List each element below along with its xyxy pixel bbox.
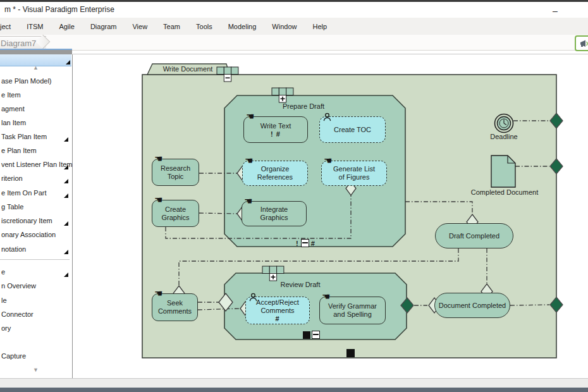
title-bar: m * - Visual Paradigm Enterprise – [0, 2, 588, 18]
manual-task-icon: ☚ [245, 156, 253, 165]
milestone-draft-completed[interactable]: Draft Completed [435, 223, 513, 248]
task-research-topic[interactable]: ☚ Research Topic [152, 159, 199, 186]
event-deadline-label: Deadline [479, 133, 529, 141]
tab-label: Diagram7 [1, 39, 36, 48]
palette-item-capture[interactable]: Capture [1, 351, 26, 361]
menu-item-tools[interactable]: Tools [196, 23, 212, 30]
taskbar-strip [0, 388, 588, 392]
palette-header-strip [0, 50, 72, 54]
palette-item-criterion[interactable]: riterion [1, 173, 23, 183]
menu-item-window[interactable]: Window [272, 23, 297, 30]
menu-bar: ject ITSM Agile Diagram View Team Tools … [0, 18, 588, 35]
diagram-palette: ▲ ase Plan Model) e Item agment lan Item… [0, 54, 73, 378]
palette-scroll-down-icon[interactable]: ▼ [0, 367, 71, 373]
menu-item-diagram[interactable]: Diagram [90, 23, 117, 30]
expand-corner-icon[interactable] [64, 273, 68, 277]
palette-item-annotation[interactable]: notation [1, 244, 26, 254]
case-file-completed-document-shape[interactable] [491, 156, 515, 187]
palette-item-ory[interactable]: ory [1, 323, 11, 333]
palette-item-connector[interactable]: Connector [1, 309, 34, 319]
accept-reject-marker: # [275, 315, 279, 322]
manual-task-icon: ☚ [322, 291, 330, 301]
expand-corner-icon[interactable] [64, 179, 68, 183]
palette-item-planning-table[interactable]: g Table [1, 202, 23, 212]
task-verify-grammar-spelling[interactable]: ☚ Verify Grammar and Spelling [319, 297, 386, 324]
stage-review-bottom-markers [303, 331, 320, 339]
resource-corner-icon [66, 60, 70, 64]
milestone-document-completed[interactable]: Document Completed [434, 293, 510, 318]
palette-item-discretionary-item[interactable]: iscretionary Item [1, 216, 52, 226]
manual-task-icon: ☚ [154, 154, 162, 163]
menu-item-modeling[interactable]: Modeling [228, 23, 257, 30]
announcement-button[interactable] [575, 35, 588, 51]
case-title: Write Document [150, 65, 226, 73]
menu-item-help[interactable]: Help [312, 23, 327, 30]
expand-corner-icon[interactable] [64, 137, 68, 142]
palette-scroll-up-icon[interactable]: ▲ [0, 64, 71, 71]
event-deadline-shape[interactable] [495, 114, 513, 133]
status-bar [0, 378, 588, 388]
minimize-button[interactable]: – [549, 6, 561, 16]
stage-prepare-bottom-markers: ! # [296, 239, 315, 247]
collapse-marker-icon[interactable] [301, 239, 309, 247]
expand-corner-icon[interactable] [64, 193, 68, 198]
task-accept-reject-comments[interactable]: Accept/Reject Comments # [245, 297, 310, 324]
expand-corner-icon[interactable] [64, 221, 68, 226]
manual-task-icon: ☚ [154, 195, 162, 204]
menu-item-project[interactable]: ject [0, 23, 11, 30]
palette-item-plan-item[interactable]: e Item [1, 90, 21, 100]
case-file-completed-document-label: Completed Document [470, 188, 539, 197]
case-bottom-marker-icon[interactable] [346, 349, 355, 357]
collapse-marker-icon[interactable] [312, 331, 320, 339]
palette-item-plan-fragment[interactable]: agment [1, 104, 25, 114]
task-organize-references[interactable]: ☚ Organize References [242, 161, 308, 186]
task-generate-list-of-figures[interactable]: ☚ Generate List of Figures [321, 161, 387, 186]
write-text-markers: ! # [271, 130, 281, 138]
required-marker: ! [296, 240, 299, 247]
collapsed-marker-icon[interactable] [303, 331, 310, 339]
manual-task-icon: ☚ [154, 288, 162, 298]
diagram-canvas[interactable]: Write Document Prepare Draft Review Draf… [73, 54, 588, 379]
palette-item-case-plan-model[interactable]: ase Plan Model) [1, 76, 52, 86]
menu-item-itsm[interactable]: ITSM [27, 23, 43, 30]
palette-separator [0, 259, 70, 260]
palette-item-case-file-item-on-part[interactable]: e Item On Part [1, 188, 47, 198]
human-task-icon [322, 113, 332, 122]
menu-item-team[interactable]: Team [163, 23, 180, 30]
task-write-text[interactable]: ☚ Write Text ! # [243, 116, 308, 143]
manual-task-icon: ☚ [246, 111, 254, 121]
palette-item-discretionary-association[interactable]: onary Association [1, 230, 56, 240]
palette-item-task-plan-item[interactable]: Task Plan Item [1, 132, 47, 142]
task-create-toc[interactable]: Create TOC [319, 116, 386, 143]
megaphone-icon [580, 40, 588, 47]
tab-bar: Diagram7 [0, 35, 588, 51]
human-task-icon [248, 293, 258, 302]
task-seek-comments[interactable]: ☚ Seek Comments [152, 293, 198, 321]
manual-task-icon: ☚ [324, 156, 332, 165]
menu-item-agile[interactable]: Agile [59, 23, 74, 30]
task-create-graphics[interactable]: ☚ Create Graphics [152, 200, 199, 227]
expand-corner-icon[interactable] [64, 165, 68, 169]
repetition-marker: # [311, 240, 315, 247]
palette-item-table[interactable]: le [1, 295, 7, 305]
palette-item-milestone-plan-item[interactable]: e Plan Item [1, 145, 37, 156]
window-title: m * - Visual Paradigm Enterprise [4, 5, 114, 14]
stage-review-title: Review Draft [237, 281, 364, 289]
expand-corner-icon[interactable] [64, 250, 68, 254]
menu-item-view[interactable]: View [132, 23, 147, 30]
stage-prepare-title: Prepare Draft [240, 102, 367, 111]
manual-task-icon: ☚ [244, 196, 252, 205]
palette-item-stage-plan-item[interactable]: lan Item [1, 118, 26, 128]
palette-item-diagram-overview[interactable]: n Overview [1, 281, 36, 291]
palette-item-event-listener-plan-item[interactable]: vent Listener Plan Item [1, 159, 73, 169]
palette-item-note[interactable]: e [1, 267, 5, 277]
task-integrate-graphics[interactable]: ☚ Integrate Graphics [242, 201, 307, 226]
